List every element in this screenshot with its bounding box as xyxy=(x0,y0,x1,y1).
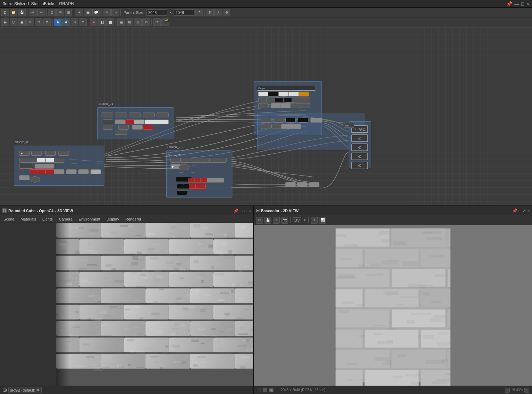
zoom-out-btn[interactable]: − xyxy=(505,388,510,393)
2d-camera-btn[interactable]: 📷 xyxy=(281,217,288,224)
vp2d-close-icon[interactable]: × xyxy=(527,208,530,213)
node-f4-10[interactable] xyxy=(285,182,296,187)
tb2-btn12[interactable]: ◧ xyxy=(98,18,106,26)
node-f2-10[interactable] xyxy=(144,119,169,124)
node-f5-13[interactable] xyxy=(207,178,224,183)
node-output-main[interactable]: Output xyxy=(257,86,316,91)
node-f2-5[interactable] xyxy=(157,113,169,117)
vp3d-pin-icon[interactable]: 📌 xyxy=(233,208,239,213)
2d-channel-icon2[interactable] xyxy=(263,388,267,392)
viewport-3d-controls[interactable]: 📌 □ ⤢ × xyxy=(233,208,251,213)
zoom-fit-btn[interactable]: ⊡ xyxy=(48,9,56,16)
tb2-btn1[interactable]: ▶ xyxy=(1,18,9,26)
node-f2-13[interactable] xyxy=(132,125,143,130)
grid-btn[interactable]: ⊞ xyxy=(65,9,72,16)
node-f2-14[interactable] xyxy=(143,125,153,130)
refresh-btn[interactable]: ↺ xyxy=(195,9,203,16)
menu-scene[interactable]: Scene xyxy=(2,216,16,222)
graph-area[interactable]: Stucco_01 Stucco_01 Stucco_2D xyxy=(0,27,532,205)
node-f3-16[interactable] xyxy=(300,103,310,108)
vp3d-max-icon[interactable]: ⤢ xyxy=(244,208,247,213)
node-f2-4[interactable] xyxy=(143,113,155,117)
node-f1-17[interactable] xyxy=(66,169,77,174)
menu-materials[interactable]: Materials xyxy=(19,216,38,222)
2d-export-btn[interactable]: ↗ xyxy=(273,217,280,224)
tb2-btn18[interactable]: ⟳ xyxy=(153,18,161,26)
node-f2-3[interactable] xyxy=(129,113,141,117)
tb2-btn2[interactable]: ⬡ xyxy=(10,18,17,26)
node-f4-6[interactable] xyxy=(261,124,271,129)
align-btn[interactable]: ≡ xyxy=(103,9,111,16)
node-f4-3[interactable] xyxy=(285,118,296,123)
node-f5-1[interactable] xyxy=(170,158,181,163)
close-btn[interactable]: × xyxy=(526,1,529,7)
node-f4-9[interactable] xyxy=(291,124,301,129)
node-f4-5[interactable] xyxy=(310,118,323,123)
color-profile-dropdown[interactable]: sRGB (default) ▼ xyxy=(8,387,42,393)
node-f3-1[interactable] xyxy=(258,92,269,96)
node-f2-15[interactable] xyxy=(115,130,127,135)
tb2-btn15[interactable]: ⊞ xyxy=(126,18,133,26)
open-btn[interactable]: 📁 xyxy=(10,9,17,16)
2d-save-btn[interactable]: 💾 xyxy=(264,217,271,224)
status-color-profile[interactable]: sRGB (default) ▼ xyxy=(3,387,42,393)
node-f4-4[interactable] xyxy=(298,118,308,123)
tb2-btn16[interactable]: ⊟ xyxy=(134,18,142,26)
2d-channel-icon[interactable] xyxy=(257,388,261,392)
tb2-btn8[interactable]: A xyxy=(62,18,70,26)
new-btn[interactable]: 🗋 xyxy=(1,9,9,16)
node-f5-3[interactable] xyxy=(190,158,200,163)
node-f3-5[interactable] xyxy=(299,92,309,96)
node-extra-out[interactable]: Out xyxy=(344,123,354,128)
add-node-btn[interactable]: + xyxy=(76,9,83,16)
2d-fit-btn[interactable]: ⊡ xyxy=(256,217,263,224)
tb2-btn9[interactable]: ⊿ xyxy=(71,18,78,26)
view-btn[interactable]: 👁 xyxy=(56,9,64,16)
node-f1-18[interactable] xyxy=(78,169,89,174)
node-f1-21[interactable] xyxy=(30,176,40,183)
export-btn[interactable]: ↗ xyxy=(214,9,222,16)
node-f3-14[interactable] xyxy=(280,103,291,108)
node-f4-8[interactable] xyxy=(281,124,292,129)
tb2-btn19[interactable]: 01⬛ xyxy=(161,18,169,26)
node-f5-18[interactable] xyxy=(177,190,187,195)
node-f3-3[interactable] xyxy=(278,92,289,96)
menu-camera[interactable]: Camera xyxy=(57,216,74,222)
node-f1-12[interactable] xyxy=(43,164,54,169)
node-f1-19[interactable] xyxy=(90,169,101,174)
node-f5-7[interactable] xyxy=(179,164,189,170)
node-f3-12[interactable] xyxy=(258,103,269,108)
2d-info-btn[interactable]: ℹ xyxy=(311,217,318,224)
maximize-btn[interactable]: □ xyxy=(521,1,524,7)
node-f4-7[interactable] xyxy=(271,124,282,129)
viewport-2d-controls[interactable]: 📌 □ ⤢ × xyxy=(512,208,530,213)
tb2-btn5[interactable]: □ xyxy=(35,18,42,26)
node-out-2[interactable]: ⊙ xyxy=(351,134,368,142)
tb2-btn17[interactable]: ⧉ xyxy=(142,18,150,26)
node-f1-16[interactable] xyxy=(54,169,64,174)
node-f5-2[interactable] xyxy=(180,158,191,163)
node-f2-6[interactable] xyxy=(103,119,113,124)
node-f2-1[interactable] xyxy=(101,113,113,117)
comment-btn[interactable]: 💬 xyxy=(92,9,100,16)
node-out-5[interactable]: ⊙ xyxy=(351,162,368,169)
2d-grid-icon[interactable]: ⊞ xyxy=(269,388,273,392)
tb2-btn14[interactable]: ▣ xyxy=(117,18,125,26)
node-f4-12[interactable] xyxy=(309,182,319,187)
menu-display[interactable]: Display xyxy=(105,216,120,222)
publish-btn[interactable]: ⬆ xyxy=(206,9,214,16)
node-f4-11[interactable] xyxy=(297,182,308,187)
2d-histogram-btn[interactable]: 📊 xyxy=(319,217,326,224)
node-f3-11[interactable] xyxy=(300,98,310,102)
vp2d-pin-icon[interactable]: 📌 xyxy=(512,208,517,213)
vp3d-min-icon[interactable]: □ xyxy=(240,208,243,213)
vp2d-max-icon[interactable]: ⤢ xyxy=(523,208,526,213)
node-f1-1[interactable] xyxy=(19,151,30,156)
undo-btn[interactable]: ↩ xyxy=(29,9,37,16)
node-f2-7[interactable] xyxy=(115,119,125,124)
node-f1-20[interactable]: ↗ xyxy=(19,175,30,180)
menu-lights[interactable]: Lights xyxy=(41,216,54,222)
tb2-btn6[interactable]: ⊕ xyxy=(43,18,51,26)
tb2-btn7[interactable]: A xyxy=(54,18,62,26)
node-out-4[interactable]: ⊙ xyxy=(351,153,368,160)
